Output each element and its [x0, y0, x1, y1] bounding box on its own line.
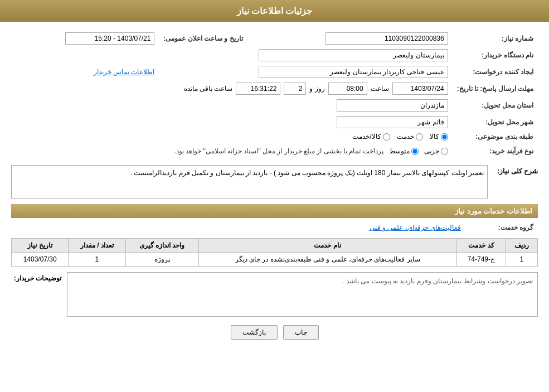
purchase-motavaset-text: متوسط — [389, 147, 410, 155]
response-date-input[interactable] — [392, 83, 448, 95]
col-row-num: ردیف — [506, 239, 537, 253]
announce-date-value — [11, 30, 159, 47]
buyer-notes-box: تصویر درخواست وشرایط بیمارستان وفرم بازد… — [67, 272, 538, 317]
col-date: تاریخ نیاز — [12, 239, 69, 253]
needs-description-textarea[interactable] — [11, 165, 488, 199]
services-table: ردیف کد خدمت نام خدمت واحد اندازه گیری ت… — [11, 238, 538, 267]
purchase-jozii-label[interactable]: جزیی — [424, 147, 448, 155]
back-button[interactable]: بازگشت — [231, 325, 278, 340]
services-section-header: اطلاعات خدمات مورد نیاز — [11, 204, 538, 218]
category-kala-radio[interactable] — [441, 133, 448, 141]
page-title: جزئیات اطلاعات نیاز — [237, 6, 313, 16]
table-row: استان محل تحویل: — [11, 97, 538, 114]
buyer-notes-text: تصویر درخواست وشرایط بیمارستان وفرم بازد… — [342, 277, 533, 285]
category-label: طبقه بندی موضوعی: — [453, 130, 538, 143]
purchase-jozii-text: جزیی — [424, 147, 439, 155]
category-kala-label[interactable]: کالا — [430, 133, 448, 141]
table-row: نام دستگاه خریدار: — [11, 47, 538, 64]
category-khedmat-radio[interactable] — [416, 133, 423, 141]
table-row: نوع فرآیند خرید: جزیی متوسط پرداخت ت — [11, 143, 538, 159]
purchase-motavaset-label[interactable]: متوسط — [389, 147, 419, 155]
table-row: ایجاد کننده درخواست: اطلاعات تماس خریدار — [11, 64, 538, 80]
buyer-org-input[interactable] — [259, 49, 448, 61]
purchase-type-label: نوع فرآیند خرید: — [453, 143, 538, 159]
creator-input[interactable] — [259, 66, 448, 78]
table-row: شهر محل تحویل: — [11, 114, 538, 130]
city-label: شهر محل تحویل: — [453, 114, 538, 130]
response-deadline-row: ساعت روز و ساعت باقی مانده — [16, 83, 448, 95]
response-days-label: روز و — [309, 85, 324, 93]
purchase-type-row: جزیی متوسط پرداخت تمام یا بخشی از مبلغ خ… — [16, 147, 448, 155]
need-number-input[interactable] — [325, 32, 448, 45]
cell-quantity: 1 — [69, 253, 125, 267]
category-kala-khedmat-radio[interactable] — [383, 133, 390, 141]
needs-description-label: شرح کلی نیاز: — [493, 165, 538, 175]
purchase-text: پرداخت تمام یا بخشی از مبلغ خریدار از مح… — [174, 147, 383, 155]
print-button[interactable]: چاپ — [283, 325, 319, 340]
province-input[interactable] — [337, 99, 448, 112]
buyer-org-value — [11, 47, 453, 64]
service-group-row: گروه خدمت: فعالیت‌های حرفه‌ای، علمی و فن… — [11, 221, 538, 234]
purchase-jozii-radio[interactable] — [441, 148, 448, 155]
city-input[interactable] — [337, 116, 448, 128]
cell-row_num: 1 — [506, 253, 537, 267]
category-kala-khedmat-text: کالا/خدمت — [352, 133, 381, 141]
col-unit: واحد اندازه گیری — [125, 239, 198, 253]
creator-link[interactable]: اطلاعات تماس خریدار — [94, 68, 155, 76]
response-time-label: ساعت — [371, 85, 389, 93]
service-group-value[interactable]: فعالیت‌های حرفه‌ای، علمی و فنی — [370, 224, 461, 231]
buyer-notes-label: توضیحات خریدار: — [11, 272, 61, 282]
category-radio-group: کالا خدمت کالا/خدمت — [16, 133, 448, 141]
table-row: شماره نیاز: تاریخ و ساعت اعلان عمومی: — [11, 30, 538, 47]
response-remaining-label: ساعت باقی مانده — [184, 85, 233, 93]
cell-date: 1403/07/30 — [12, 253, 69, 267]
province-label: استان محل تحویل: — [453, 97, 538, 114]
info-table: شماره نیاز: تاریخ و ساعت اعلان عمومی: نا… — [11, 30, 538, 159]
buyer-notes-section: تصویر درخواست وشرایط بیمارستان وفرم بازد… — [11, 272, 538, 317]
col-service-name: نام خدمت — [198, 239, 456, 253]
need-number-value — [254, 30, 453, 47]
creator-value — [159, 64, 452, 80]
response-time-input[interactable] — [328, 83, 367, 95]
cell-service_code: ج-749-74 — [456, 253, 506, 267]
services-table-header: ردیف کد خدمت نام خدمت واحد اندازه گیری ت… — [12, 239, 538, 253]
col-quantity: تعداد / مقدار — [69, 239, 125, 253]
buyer-org-label: نام دستگاه خریدار: — [453, 47, 538, 64]
announce-date-input[interactable] — [65, 32, 154, 45]
category-kala-khedmat-label[interactable]: کالا/خدمت — [352, 133, 390, 141]
needs-description-section: شرح کلی نیاز: — [11, 165, 538, 199]
table-row: مهلت ارسال پاسخ: تا تاریخ: ساعت روز و سا… — [11, 80, 538, 97]
purchase-motavaset-radio[interactable] — [411, 148, 419, 155]
category-khedmat-text: خدمت — [397, 133, 414, 141]
button-row: چاپ بازگشت — [11, 325, 538, 340]
service-group-table: گروه خدمت: فعالیت‌های حرفه‌ای، علمی و فن… — [11, 221, 538, 234]
response-remaining-input[interactable] — [236, 83, 280, 95]
need-number-label: شماره نیاز: — [453, 30, 538, 47]
table-row: 1ج-749-74سایر فعالیت‌های حرفه‌ای، علمی و… — [12, 253, 538, 267]
cell-service_name: سایر فعالیت‌های حرفه‌ای، علمی و فنی طبقه… — [198, 253, 456, 267]
response-deadline-label: مهلت ارسال پاسخ: تا تاریخ: — [453, 80, 538, 97]
creator-label: ایجاد کننده درخواست: — [453, 64, 538, 80]
services-info-label: اطلاعات خدمات مورد نیاز — [455, 207, 532, 215]
col-service-code: کد خدمت — [456, 239, 506, 253]
cell-unit: پروژه — [125, 253, 198, 267]
table-row: طبقه بندی موضوعی: کالا خدمت — [11, 130, 538, 143]
service-group-label: گروه خدمت: — [465, 221, 538, 234]
announce-date-label: تاریخ و ساعت اعلان عمومی: — [159, 30, 254, 47]
category-kala-text: کالا — [430, 133, 439, 141]
page-header: جزئیات اطلاعات نیاز — [0, 0, 549, 22]
response-days-input[interactable] — [284, 83, 306, 95]
category-khedmat-label[interactable]: خدمت — [397, 133, 423, 141]
